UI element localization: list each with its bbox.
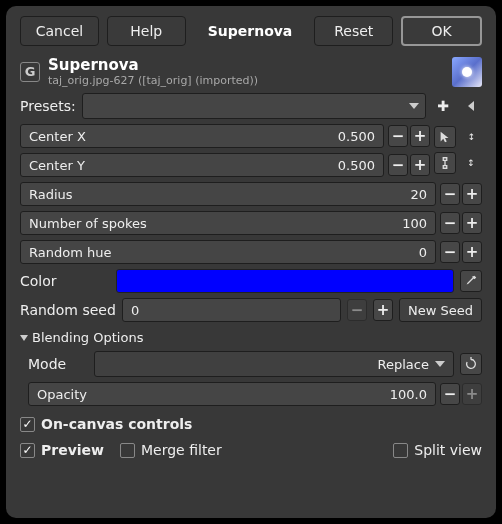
- merge-filter-checkbox[interactable]: [120, 443, 135, 458]
- blending-expander[interactable]: Blending Options: [20, 330, 482, 345]
- preset-menu-button[interactable]: [460, 95, 482, 117]
- presets-row: Presets: ✚: [20, 93, 482, 119]
- new-seed-button[interactable]: New Seed: [399, 298, 482, 322]
- center-x-decrement[interactable]: −: [388, 125, 408, 147]
- center-y-decrement[interactable]: −: [388, 154, 408, 176]
- preset-add-button[interactable]: ✚: [432, 95, 454, 117]
- triangle-left-icon: [468, 101, 474, 111]
- center-y-label: Center Y: [29, 158, 338, 173]
- pointer-icon: [438, 130, 452, 144]
- random-hue-value: 0: [419, 245, 427, 260]
- cancel-button[interactable]: Cancel: [20, 16, 99, 46]
- opacity-increment[interactable]: +: [462, 383, 482, 405]
- unit-above[interactable]: ↕: [460, 126, 482, 148]
- center-y-value: 0.500: [338, 158, 375, 173]
- split-view-label: Split view: [414, 442, 482, 458]
- random-seed-value: 0: [131, 303, 139, 318]
- presets-combo[interactable]: [82, 93, 426, 119]
- random-hue-input[interactable]: Random hue 0: [20, 240, 436, 264]
- seed-decrement[interactable]: −: [347, 299, 367, 321]
- center-y-increment[interactable]: +: [410, 154, 430, 176]
- seed-increment[interactable]: +: [373, 299, 393, 321]
- spokes-decrement[interactable]: −: [440, 212, 460, 234]
- spokes-value: 100: [402, 216, 427, 231]
- center-x-input[interactable]: Center X 0.500: [20, 124, 384, 148]
- presets-label: Presets:: [20, 98, 76, 114]
- random-hue-increment[interactable]: +: [462, 241, 482, 263]
- merge-filter-label: Merge filter: [141, 442, 222, 458]
- random-seed-label: Random seed: [20, 302, 116, 318]
- preview-label: Preview: [41, 442, 104, 458]
- opacity-input[interactable]: Opacity 100.0: [28, 382, 436, 406]
- filter-subtitle: taj_orig.jpg-627 ([taj_orig] (imported)): [48, 74, 444, 87]
- radius-input[interactable]: Radius 20: [20, 182, 436, 206]
- chevron-down-icon: [435, 361, 445, 367]
- random-seed-input[interactable]: 0: [122, 298, 341, 322]
- chevron-down-icon: [20, 335, 28, 341]
- dialog-title: Supernova: [194, 16, 307, 46]
- spokes-input[interactable]: Number of spokes 100: [20, 211, 436, 235]
- radius-value: 20: [410, 187, 427, 202]
- unit-below[interactable]: ↕: [460, 152, 482, 174]
- eyedropper-icon: [464, 274, 478, 288]
- mode-combo[interactable]: Replace: [94, 351, 454, 377]
- on-canvas-checkbox[interactable]: [20, 417, 35, 432]
- mode-label: Mode: [28, 356, 88, 372]
- dialog-buttons: Cancel Help Supernova Reset OK: [20, 16, 482, 46]
- center-x-increment[interactable]: +: [410, 125, 430, 147]
- opacity-decrement[interactable]: −: [440, 383, 460, 405]
- link-axes-button[interactable]: [434, 152, 456, 174]
- random-hue-label: Random hue: [29, 245, 419, 260]
- on-canvas-label: On-canvas controls: [41, 416, 192, 432]
- color-swatch[interactable]: [116, 269, 454, 293]
- spokes-label: Number of spokes: [29, 216, 402, 231]
- pick-point-button[interactable]: [434, 126, 456, 148]
- center-x-label: Center X: [29, 129, 338, 144]
- chevron-down-icon: [409, 103, 419, 109]
- radius-increment[interactable]: +: [462, 183, 482, 205]
- color-label: Color: [20, 273, 110, 289]
- center-y-input[interactable]: Center Y 0.500: [20, 153, 384, 177]
- random-hue-decrement[interactable]: −: [440, 241, 460, 263]
- split-view-checkbox[interactable]: [393, 443, 408, 458]
- mode-value: Replace: [378, 357, 429, 372]
- preview-checkbox[interactable]: [20, 443, 35, 458]
- dialog-supernova: Cancel Help Supernova Reset OK G Superno…: [6, 6, 496, 518]
- center-x-value: 0.500: [338, 129, 375, 144]
- spokes-increment[interactable]: +: [462, 212, 482, 234]
- radius-decrement[interactable]: −: [440, 183, 460, 205]
- filter-title: Supernova: [48, 56, 444, 74]
- mode-reset-button[interactable]: [460, 353, 482, 375]
- filter-header: G Supernova taj_orig.jpg-627 ([taj_orig]…: [20, 56, 482, 87]
- help-button[interactable]: Help: [107, 16, 186, 46]
- ok-button[interactable]: OK: [401, 16, 482, 46]
- opacity-value: 100.0: [390, 387, 427, 402]
- color-picker-button[interactable]: [460, 270, 482, 292]
- opacity-label: Opacity: [37, 387, 390, 402]
- image-thumbnail: [452, 57, 482, 87]
- blending-section-label: Blending Options: [32, 330, 143, 345]
- chain-icon: [438, 156, 452, 170]
- gimp-icon: G: [20, 62, 40, 82]
- reset-button[interactable]: Reset: [314, 16, 393, 46]
- reset-icon: [464, 357, 478, 371]
- radius-label: Radius: [29, 187, 410, 202]
